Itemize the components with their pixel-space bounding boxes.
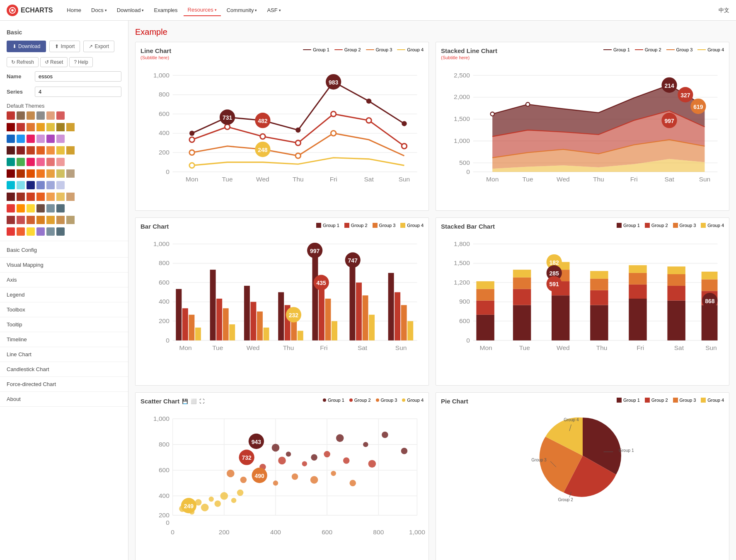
theme-palette-block[interactable] [17,193,25,201]
theme-palette-block[interactable] [27,193,35,201]
theme-swatch[interactable] [56,227,65,236]
sidebar-item-visual-mapping[interactable]: Visual Mapping [0,258,128,273]
sidebar-item-about[interactable]: About [0,392,128,407]
theme-swatch[interactable] [56,158,65,166]
theme-palette-block[interactable] [17,216,25,224]
theme-swatch[interactable] [56,135,65,143]
theme-swatch[interactable] [27,227,35,236]
theme-palette-block[interactable] [46,193,55,201]
theme-palette-block[interactable] [7,123,15,131]
theme-palette-block[interactable] [7,169,15,178]
theme-swatch[interactable] [46,135,55,143]
theme-swatch[interactable] [7,227,15,236]
sidebar-item-tooltip[interactable]: Tooltip [0,317,128,332]
theme-palette-block[interactable] [7,146,15,154]
theme-swatch[interactable] [36,181,45,189]
theme-palette-block[interactable] [17,123,25,131]
theme-swatch[interactable] [7,204,15,212]
theme-swatch[interactable] [36,135,45,143]
sidebar-item-basic-config[interactable]: Basic Config [0,243,128,258]
theme-swatch[interactable] [27,204,35,212]
theme-swatch[interactable] [36,158,45,166]
theme-swatch[interactable] [7,135,15,143]
help-button[interactable]: ? Help [69,57,92,67]
export-button[interactable]: ↗ Export [83,41,114,52]
theme-palette-block[interactable] [56,169,65,178]
refresh-button[interactable]: ↻ Refresh [7,57,39,67]
theme-palette-block[interactable] [27,123,35,131]
sidebar-item-timeline[interactable]: Timeline [0,332,128,347]
theme-palette-block[interactable] [46,169,55,178]
sidebar-item-line-chart[interactable]: Line Chart [0,347,128,362]
theme-palette-block[interactable] [17,146,25,154]
theme-palette-block[interactable] [36,216,45,224]
theme-palette-block[interactable] [56,146,65,154]
theme-palette-block[interactable] [27,216,35,224]
theme-swatch[interactable] [46,111,55,120]
theme-palette-block[interactable] [36,169,45,178]
theme-swatch[interactable] [7,181,15,189]
theme-palette-block[interactable] [46,216,55,224]
theme-swatch[interactable] [46,181,55,189]
theme-swatch[interactable] [17,135,25,143]
theme-palette-block[interactable] [56,193,65,201]
sidebar-item-toolbox[interactable]: Toolbox [0,302,128,317]
import-button[interactable]: ⬆ Import [49,41,80,52]
theme-palette-block[interactable] [56,216,65,224]
theme-palette-block[interactable] [66,169,75,178]
lang-switch[interactable]: 中文 [719,7,729,14]
theme-palette-block[interactable] [46,123,55,131]
theme-swatch[interactable] [17,158,25,166]
nav-download[interactable]: Download▾ [113,5,148,16]
theme-swatch[interactable] [56,181,65,189]
theme-palette-block[interactable] [66,216,75,224]
theme-swatch[interactable] [7,111,15,120]
theme-palette-block[interactable] [66,123,75,131]
name-input[interactable] [35,71,121,82]
reset-button[interactable]: ↺ Reset [40,57,68,67]
nav-examples[interactable]: Examples [150,5,182,16]
theme-swatch[interactable] [46,158,55,166]
theme-palette-block[interactable] [7,193,15,201]
series-input[interactable] [35,87,121,97]
theme-swatch[interactable] [56,204,65,212]
theme-palette-block[interactable] [36,193,45,201]
nav-resources[interactable]: Resources▾ [184,4,221,16]
nav-home[interactable]: Home [63,5,85,16]
download-button[interactable]: ⬇ Download [7,41,46,52]
scatter-expand-icon[interactable]: ⬜ [191,398,197,404]
theme-swatch[interactable] [27,158,35,166]
theme-swatch[interactable] [36,204,45,212]
theme-swatch[interactable] [56,111,65,120]
theme-palette-block[interactable] [27,146,35,154]
sidebar-item-axis[interactable]: Axis [0,273,128,287]
theme-swatch[interactable] [46,227,55,236]
theme-palette-block[interactable] [27,169,35,178]
theme-palette-block[interactable] [17,169,25,178]
theme-swatch[interactable] [46,204,55,212]
logo[interactable]: ECHARTS [7,5,53,16]
theme-palette-block[interactable] [46,146,55,154]
theme-swatch[interactable] [17,227,25,236]
theme-swatch[interactable] [27,111,35,120]
theme-swatch[interactable] [17,204,25,212]
theme-palette-block[interactable] [66,146,75,154]
sidebar-item-force-directed-chart[interactable]: Force-directed Chart [0,377,128,392]
theme-palette-block[interactable] [7,216,15,224]
theme-palette-block[interactable] [56,123,65,131]
theme-swatch[interactable] [7,158,15,166]
scatter-save-icon[interactable]: 💾 [182,398,188,404]
theme-palette-block[interactable] [36,146,45,154]
scatter-fullscreen-icon[interactable]: ⛶ [199,398,204,404]
theme-swatch[interactable] [36,111,45,120]
theme-palette-block[interactable] [66,193,75,201]
theme-swatch[interactable] [27,181,35,189]
theme-swatch[interactable] [36,227,45,236]
theme-swatch[interactable] [27,135,35,143]
nav-asf[interactable]: ASF▾ [263,5,285,16]
theme-swatch[interactable] [17,181,25,189]
nav-community[interactable]: Community▾ [223,5,261,16]
theme-swatch[interactable] [17,111,25,120]
theme-palette-block[interactable] [36,123,45,131]
sidebar-item-candlestick-chart[interactable]: Candlestick Chart [0,362,128,377]
